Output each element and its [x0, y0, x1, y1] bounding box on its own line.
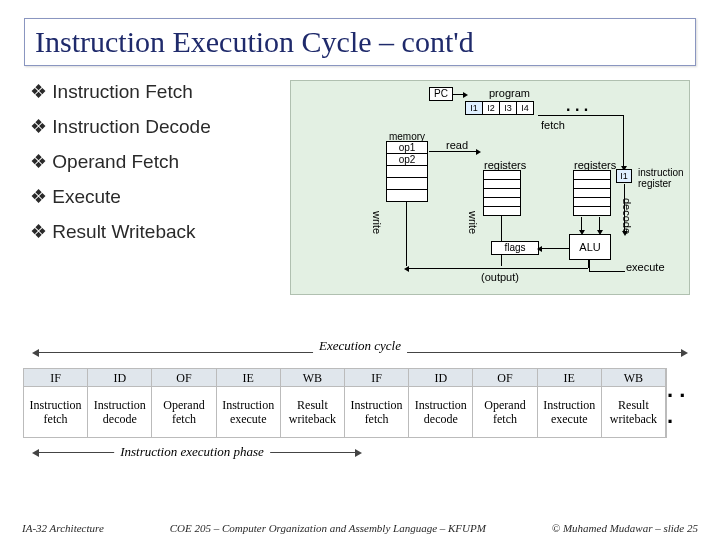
instr-cell: I4: [516, 101, 534, 115]
arrow-execute: [589, 271, 625, 272]
flags-box: flags: [491, 241, 539, 255]
title-box: Instruction Execution Cycle – cont'd: [24, 18, 696, 66]
arrow-fetch-v: [623, 115, 624, 169]
bullet-item: ❖ Instruction Fetch: [30, 80, 264, 103]
page-title: Instruction Execution Cycle – cont'd: [35, 25, 685, 59]
read-label: read: [446, 139, 468, 151]
ir-label: instruction register: [638, 167, 688, 189]
footer-left: IA-32 Architecture: [22, 522, 104, 534]
arrow-write-mem: [406, 201, 407, 266]
arrow-output: [406, 268, 588, 269]
execute-label: execute: [626, 261, 665, 273]
output-label: (output): [481, 271, 519, 283]
footer: IA-32 Architecture COE 205 – Computer Or…: [0, 522, 720, 534]
program-label: program: [489, 87, 530, 99]
instr-cell: I1: [465, 101, 483, 115]
bullet-item: ❖ Operand Fetch: [30, 150, 264, 173]
ellipsis: . . .: [566, 97, 588, 115]
instr-cell: I2: [482, 101, 500, 115]
arrow-alu-flags: [539, 248, 569, 249]
phase-caption: Instruction execution phase: [114, 444, 270, 460]
write-label-1: write: [371, 211, 383, 234]
arrow-pc-prog: [453, 94, 466, 95]
fetch-label: fetch: [541, 119, 565, 131]
memory-label: memory: [386, 131, 428, 142]
slide: Instruction Execution Cycle – cont'd ❖ I…: [0, 0, 720, 540]
arrow-read: [429, 151, 479, 152]
instr-cell: I3: [499, 101, 517, 115]
arrow-reg-alu-1: [581, 217, 582, 233]
execution-cycle-caption: Execution cycle: [313, 338, 407, 354]
write-label-2: write: [467, 211, 479, 234]
cycle-diagram: PC program I1 I2 I3 I4 . . . fetch memor…: [290, 80, 690, 295]
alu-box: ALU: [569, 234, 611, 260]
decode-label: decode: [621, 198, 633, 234]
pc-box: PC: [429, 87, 453, 101]
arrow-reg-alu-2: [599, 217, 600, 233]
arrow-execute-v: [589, 260, 590, 271]
bullet-list: ❖ Instruction Fetch ❖ Instruction Decode…: [24, 80, 264, 255]
timeline-grid: IFInstruction fetch IDInstruction decode…: [24, 368, 696, 438]
memory-block: memory op1 op2: [386, 131, 428, 202]
mem-row: [386, 189, 428, 202]
instruction-register: I1: [616, 169, 632, 183]
registers-block-2: [573, 171, 611, 216]
bullet-item: ❖ Execute: [30, 185, 264, 208]
timeline-ellipsis: . . .: [666, 368, 696, 438]
arrow-fetch-h: [538, 115, 623, 116]
bullet-item: ❖ Instruction Decode: [30, 115, 264, 138]
program-row: I1 I2 I3 I4: [466, 101, 534, 115]
timeline-diagram: Execution cycle IFInstruction fetch IDIn…: [24, 342, 696, 462]
footer-right: © Muhamed Mudawar – slide 25: [552, 522, 698, 534]
footer-center: COE 205 – Computer Organization and Asse…: [170, 522, 486, 534]
registers-block-1: [483, 171, 521, 216]
arrow-output-v: [588, 260, 589, 268]
bullet-item: ❖ Result Writeback: [30, 220, 264, 243]
